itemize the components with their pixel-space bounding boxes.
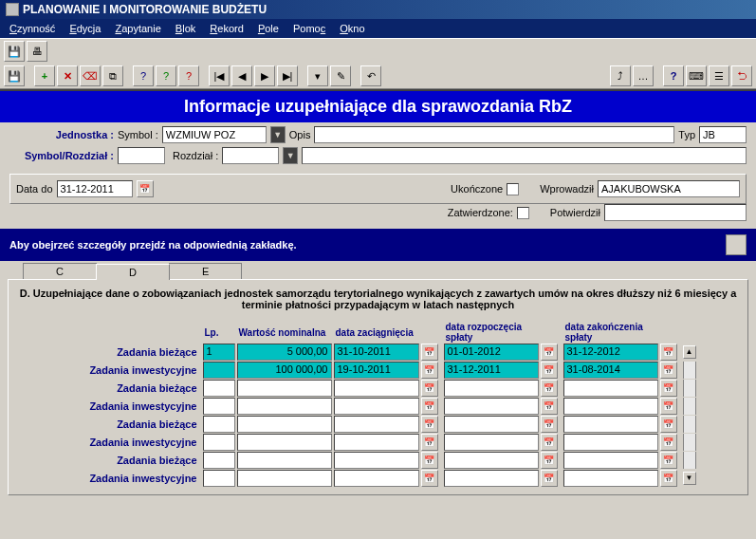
tb-query-exec-icon[interactable]: ? (156, 65, 176, 86)
tb-edit-icon[interactable]: ✎ (330, 65, 351, 86)
cell-data-rozp[interactable] (444, 380, 539, 397)
calendar-icon[interactable]: 📅 (660, 452, 677, 469)
tb-save2-icon[interactable]: 💾 (4, 65, 25, 86)
cell-data-rozp[interactable]: 01-01-2012 (444, 344, 539, 361)
rozdzial-input[interactable] (222, 147, 279, 164)
cell-lp[interactable] (203, 398, 235, 415)
cell-wartosc[interactable] (237, 398, 332, 415)
tb-copy-icon[interactable]: ⧉ (102, 65, 123, 86)
menu-pomoc[interactable]: Pomoc (287, 21, 331, 36)
calendar-icon[interactable]: 📅 (541, 470, 558, 487)
calendar-icon[interactable]: 📅 (541, 452, 558, 469)
rozdzial-dropdown-icon[interactable]: ▼ (283, 147, 298, 164)
cell-wartosc[interactable]: 5 000,00 (237, 344, 332, 361)
cell-data-zac[interactable] (334, 398, 419, 415)
cell-data-rozp[interactable] (444, 416, 539, 433)
tb-help-icon[interactable]: ? (663, 65, 684, 86)
scroll-track[interactable] (683, 434, 696, 451)
tb-query-cancel-icon[interactable]: ? (178, 65, 199, 86)
info-band-button[interactable] (726, 234, 747, 255)
cell-data-rozp[interactable] (444, 470, 539, 487)
menu-okno[interactable]: Okno (334, 21, 370, 36)
calendar-icon[interactable]: 📅 (541, 362, 558, 379)
tab-e[interactable]: E (169, 263, 242, 279)
calendar-icon[interactable]: 📅 (421, 344, 438, 361)
opis-input[interactable] (314, 126, 674, 143)
tb-list-icon[interactable]: ☰ (709, 65, 729, 86)
tab-c[interactable]: C (23, 263, 97, 279)
cell-data-zac[interactable]: 19-10-2011 (334, 362, 419, 379)
tb-first-icon[interactable]: |◀ (209, 65, 230, 86)
calendar-icon[interactable]: 📅 (541, 416, 558, 433)
tab-d[interactable]: D (96, 264, 170, 280)
calendar-icon[interactable]: 📅 (421, 434, 438, 451)
menu-pole[interactable]: Pole (252, 21, 285, 36)
symbol-rozdzial-input[interactable] (118, 147, 165, 164)
calendar-icon[interactable]: 📅 (421, 380, 438, 397)
calendar-icon[interactable]: 📅 (660, 362, 677, 379)
calendar-icon[interactable]: 📅 (660, 434, 677, 451)
cell-data-rozp[interactable] (444, 434, 539, 451)
scroll-track[interactable] (683, 398, 696, 415)
ukonczone-checkbox[interactable] (507, 183, 519, 195)
calendar-icon[interactable]: 📅 (541, 398, 558, 415)
cell-lp[interactable] (203, 470, 235, 487)
scroll-track[interactable] (683, 452, 696, 469)
tb-last-icon[interactable]: ▶| (277, 65, 298, 86)
cell-data-zac[interactable] (334, 470, 419, 487)
cell-wartosc[interactable] (237, 470, 332, 487)
calendar-icon[interactable]: 📅 (660, 416, 677, 433)
cell-lp[interactable] (203, 416, 235, 433)
scroll-down-icon[interactable]: ▼ (683, 472, 696, 485)
calendar-icon[interactable]: 📅 (660, 380, 677, 397)
cell-lp[interactable] (203, 380, 235, 397)
tb-exit-icon[interactable]: ⤴ (610, 65, 631, 86)
symbol-dropdown-icon[interactable]: ▼ (270, 126, 286, 143)
tb-clear-icon[interactable]: ⌫ (80, 65, 101, 86)
tb-keys-icon[interactable]: ⌨ (686, 65, 707, 86)
tb-prev-icon[interactable]: ◀ (231, 65, 252, 86)
calendar-icon[interactable]: 📅 (660, 344, 677, 361)
tb-add-icon[interactable]: + (34, 65, 55, 86)
cell-data-rozp[interactable]: 31-12-2011 (444, 362, 539, 379)
cell-data-zak[interactable] (563, 416, 658, 433)
calendar-icon[interactable]: 📅 (421, 362, 438, 379)
cell-lp[interactable]: 1 (203, 344, 235, 361)
cell-data-zak[interactable] (563, 470, 658, 487)
cell-data-zac[interactable]: 31-10-2011 (334, 344, 419, 361)
calendar-icon[interactable]: 📅 (660, 398, 677, 415)
cell-data-zak[interactable]: 31-08-2014 (563, 362, 658, 379)
menu-zapytanie[interactable]: Zapytanie (109, 21, 166, 36)
cell-lp[interactable] (203, 452, 235, 469)
typ-input[interactable] (699, 126, 747, 143)
scroll-track[interactable] (683, 362, 696, 379)
symbol-input[interactable] (162, 126, 267, 143)
calendar-icon[interactable]: 📅 (421, 416, 438, 433)
calendar-icon[interactable]: 📅 (541, 344, 558, 361)
scroll-track[interactable] (683, 416, 696, 433)
cell-data-zac[interactable] (334, 416, 419, 433)
cell-data-zak[interactable]: 31-12-2012 (563, 344, 658, 361)
cell-data-zac[interactable] (334, 452, 419, 469)
tb-delete-icon[interactable]: ✕ (57, 65, 78, 86)
cell-data-zac[interactable] (334, 434, 419, 451)
scroll-up-icon[interactable]: ▲ (683, 345, 696, 359)
cell-wartosc[interactable] (237, 452, 332, 469)
tb-undo-icon[interactable]: ↶ (360, 65, 381, 86)
cell-data-zak[interactable] (563, 452, 658, 469)
cell-data-zak[interactable] (563, 380, 658, 397)
tb-save-icon[interactable]: 💾 (4, 41, 25, 62)
cell-wartosc[interactable] (237, 434, 332, 451)
data-do-calendar-icon[interactable]: 📅 (137, 180, 154, 197)
cell-data-zac[interactable] (334, 380, 419, 397)
cell-data-zak[interactable] (563, 434, 658, 451)
menu-rekord[interactable]: Rekord (204, 21, 249, 36)
cell-lp[interactable] (203, 434, 235, 451)
tb-query-enter-icon[interactable]: ? (133, 65, 154, 86)
tb-next-icon[interactable]: ▶ (254, 65, 275, 86)
cell-data-rozp[interactable] (444, 398, 539, 415)
calendar-icon[interactable]: 📅 (421, 398, 438, 415)
data-do-input[interactable] (57, 180, 133, 197)
calendar-icon[interactable]: 📅 (421, 470, 438, 487)
menu-czynnosc[interactable]: Czynność (4, 21, 61, 36)
